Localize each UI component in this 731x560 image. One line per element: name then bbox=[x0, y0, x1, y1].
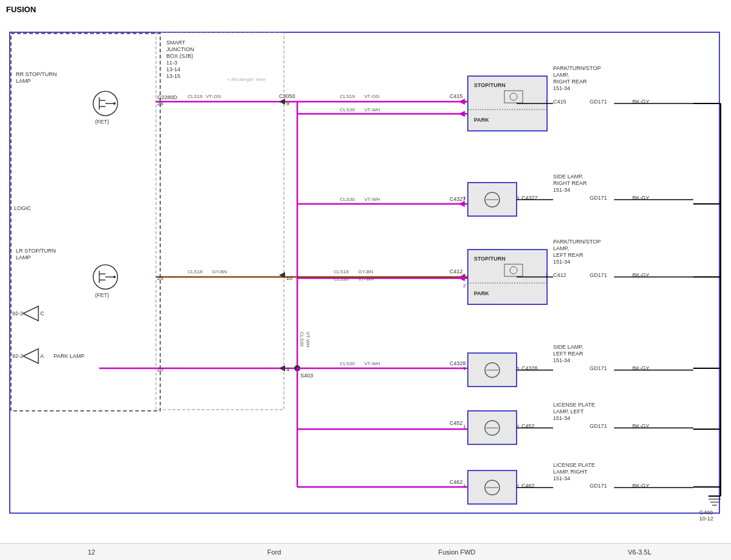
c3050-label: C3050 bbox=[279, 93, 295, 99]
fet1-label: (FET) bbox=[95, 119, 109, 125]
svg-text:RIGHT REAR: RIGHT REAR bbox=[553, 180, 587, 186]
c412-label: C412 bbox=[450, 268, 463, 275]
svg-text:A: A bbox=[40, 353, 44, 359]
c452-label: C452 bbox=[450, 420, 463, 426]
svg-text:GD171: GD171 bbox=[590, 483, 607, 489]
annotation-text: « Rectangle: here bbox=[227, 77, 266, 82]
c415-label: C415 bbox=[450, 93, 463, 99]
diagram-area: SMART JUNCTION BOX (SJB) 11-3 13-14 13-1… bbox=[5, 15, 727, 539]
svg-text:LEFT REAR: LEFT REAR bbox=[553, 252, 584, 258]
sjb-label: SMART bbox=[166, 40, 186, 46]
svg-text:CLS30: CLS30 bbox=[340, 107, 355, 113]
svg-text:C415: C415 bbox=[553, 99, 567, 105]
svg-text:LAMP,: LAMP, bbox=[553, 72, 569, 78]
svg-text:CLS30: CLS30 bbox=[334, 276, 349, 282]
svg-marker-133 bbox=[459, 111, 465, 117]
lr-stop-turn-label: LR STOP/TURN bbox=[16, 248, 56, 254]
s403-label: S403 bbox=[300, 373, 313, 379]
svg-text:LAMP: LAMP bbox=[16, 78, 31, 84]
logic-box bbox=[11, 33, 160, 411]
svg-text:1: 1 bbox=[463, 366, 466, 371]
svg-text:LAMP: LAMP bbox=[16, 254, 31, 261]
svg-text:VT-WH: VT-WH bbox=[305, 332, 311, 348]
svg-text:151-34: 151-34 bbox=[553, 259, 570, 265]
svg-text:GY-BN: GY-BN bbox=[358, 269, 373, 275]
svg-text:LEFT REAR: LEFT REAR bbox=[553, 351, 584, 357]
rr-stop-turn-label: RR STOP/TURN bbox=[16, 71, 57, 77]
footer-engine: V6-3.5L bbox=[548, 548, 731, 556]
svg-text:GD171: GD171 bbox=[590, 272, 607, 278]
c462-label: C462 bbox=[450, 479, 463, 485]
svg-text:9: 9 bbox=[286, 100, 289, 107]
svg-text:151-34: 151-34 bbox=[553, 415, 570, 421]
svg-text:1: 1 bbox=[463, 424, 466, 429]
svg-text:LAMP, RIGHT: LAMP, RIGHT bbox=[553, 469, 588, 475]
svg-text:VT-OG: VT-OG bbox=[364, 94, 380, 99]
svg-text:1: 1 bbox=[463, 195, 466, 201]
svg-text:STOP/TURN: STOP/TURN bbox=[474, 82, 506, 88]
svg-text:CLS30: CLS30 bbox=[340, 361, 355, 366]
svg-text:10: 10 bbox=[286, 275, 292, 281]
svg-text:JUNCTION: JUNCTION bbox=[166, 46, 194, 52]
svg-text:1: 1 bbox=[463, 483, 466, 489]
park-turn-stop-rr-label: PARK/TURN/STOP bbox=[553, 65, 601, 71]
svg-text:VT-WH: VT-WH bbox=[364, 361, 380, 366]
svg-text:RIGHT REAR: RIGHT REAR bbox=[553, 79, 587, 85]
svg-text:STOP/TURN: STOP/TURN bbox=[474, 256, 506, 262]
svg-text:151-34: 151-34 bbox=[553, 85, 570, 91]
footer-model: Fusion FWD bbox=[366, 548, 548, 556]
svg-text:GD171: GD171 bbox=[590, 99, 607, 105]
svg-text:2: 2 bbox=[463, 283, 466, 289]
svg-text:CLS30: CLS30 bbox=[340, 197, 355, 202]
svg-text:4: 4 bbox=[286, 366, 289, 373]
svg-text:25: 25 bbox=[157, 275, 163, 281]
svg-point-10 bbox=[113, 102, 116, 105]
footer-brand: Ford bbox=[183, 548, 366, 556]
svg-text:151-34: 151-34 bbox=[553, 187, 570, 193]
svg-text:VT-OG: VT-OG bbox=[206, 94, 221, 99]
svg-text:CLS19: CLS19 bbox=[340, 94, 355, 99]
svg-text:GY-BN: GY-BN bbox=[212, 269, 227, 275]
side-lamp-lr-label: SIDE LAMP, bbox=[553, 344, 583, 350]
svg-text:GD171: GD171 bbox=[590, 423, 607, 429]
svg-text:GD171: GD171 bbox=[590, 365, 607, 371]
svg-text:13-15: 13-15 bbox=[166, 73, 180, 79]
svg-text:151-34: 151-34 bbox=[553, 475, 570, 481]
svg-text:10-12: 10-12 bbox=[699, 516, 713, 522]
svg-text:CLS18: CLS18 bbox=[334, 269, 349, 275]
wiring-diagram: SMART JUNCTION BOX (SJB) 11-3 13-14 13-1… bbox=[5, 15, 727, 539]
svg-text:C412: C412 bbox=[553, 272, 567, 278]
park-lamp-label: PARK LAMP bbox=[54, 353, 85, 359]
svg-text:C: C bbox=[40, 310, 44, 317]
svg-marker-131 bbox=[279, 365, 285, 371]
main-title: FUSION bbox=[6, 5, 36, 14]
svg-text:CLS19: CLS19 bbox=[188, 94, 203, 99]
svg-marker-129 bbox=[279, 99, 285, 105]
license-plate-left-label: LICENSE PLATE bbox=[553, 402, 595, 408]
fet2-label: (FET) bbox=[95, 292, 109, 298]
svg-text:LAMP,: LAMP, bbox=[553, 245, 569, 251]
svg-point-16 bbox=[113, 276, 116, 278]
footer-page: 12 bbox=[0, 548, 183, 556]
symbol-92-2-c bbox=[23, 306, 38, 321]
svg-text:20: 20 bbox=[157, 366, 163, 373]
park-turn-stop-lr-label: PARK/TURN/STOP bbox=[553, 239, 601, 245]
logic-label: LOGIC bbox=[14, 205, 32, 211]
g400-label: G400 bbox=[699, 509, 713, 516]
svg-text:11-3: 11-3 bbox=[166, 60, 177, 66]
svg-text:92-2: 92-2 bbox=[12, 310, 23, 317]
svg-text:PARK: PARK bbox=[474, 290, 489, 296]
svg-text:13-14: 13-14 bbox=[166, 66, 180, 72]
license-plate-right-label: LICENSE PLATE bbox=[553, 462, 595, 468]
svg-text:GD171: GD171 bbox=[590, 195, 607, 201]
footer: 12 Ford Fusion FWD V6-3.5L bbox=[0, 543, 731, 560]
svg-text:VT-WH: VT-WH bbox=[358, 276, 374, 282]
side-lamp-rr-label: SIDE LAMP, bbox=[553, 173, 583, 180]
sjb-box bbox=[156, 32, 284, 410]
svg-text:LAMP, LEFT: LAMP, LEFT bbox=[553, 408, 584, 415]
svg-text:VT-WH: VT-WH bbox=[364, 197, 380, 202]
svg-text:PARK: PARK bbox=[474, 117, 489, 123]
c2280d-label: C2280D bbox=[157, 94, 178, 100]
svg-text:VT-WH: VT-WH bbox=[364, 107, 380, 113]
svg-text:CLS18: CLS18 bbox=[188, 269, 203, 275]
